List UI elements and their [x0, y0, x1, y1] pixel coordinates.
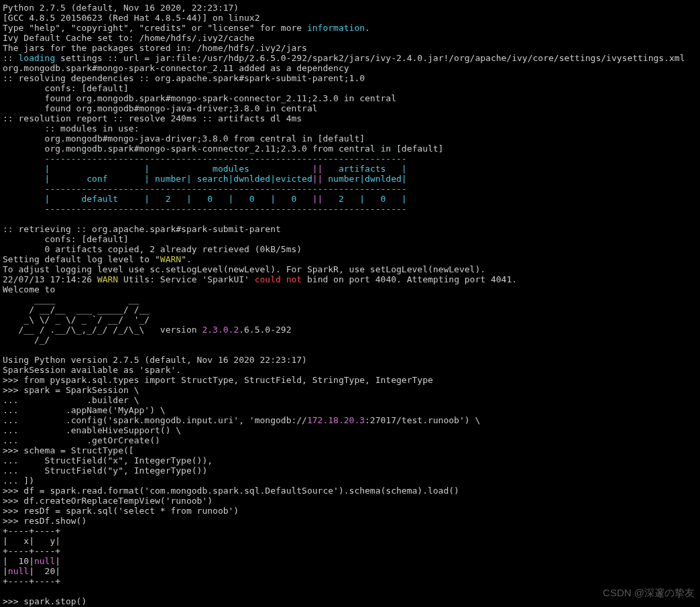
terminal-line: [GCC 4.8.5 20150623 (Red Hat 4.8.5-44)] … [3, 13, 260, 23]
terminal-line: | 10|null| [3, 556, 60, 566]
terminal-text-segment: >>> from pyspark.sql.types import Struct… [3, 375, 433, 385]
terminal-text-segment: >>> resDf.show() [3, 516, 86, 526]
terminal-text-segment: 2 | 0 | [323, 194, 406, 204]
terminal-line: :: resolution report :: resolve 240ms ::… [3, 113, 302, 123]
terminal-line: :: loading settings :: url = jar:file:/u… [3, 53, 685, 63]
terminal-line: org.mongodb#mongo-java-driver;3.8.0 from… [3, 133, 365, 144]
terminal-text-segment: | default | 2 | 0 | 0 | 0 [3, 194, 312, 204]
terminal-text-segment: .6.5.0-292 [239, 325, 291, 335]
terminal-text-segment: ... StructField("x", IntegerType()), [3, 455, 213, 465]
terminal-text-segment: confs: [default] [3, 234, 129, 244]
terminal-text-segment: org.mongodb.spark#mongo-spark-connector_… [3, 63, 349, 73]
terminal-line: found org.mongodb.spark#mongo-spark-conn… [3, 93, 396, 103]
terminal-text-segment: org.mongodb#mongo-java-driver;3.8.0 from… [3, 133, 365, 144]
terminal-line: Ivy Default Cache set to: /home/hdfs/.iv… [3, 33, 255, 43]
terminal-text-segment: :: resolving dependencies :: org.apache.… [3, 73, 365, 83]
terminal-text-segment: found org.mongodb#mongo-java-driver;3.8.… [3, 103, 318, 113]
terminal-text-segment: number|dwnlded| [323, 174, 406, 184]
terminal-text-segment: loading [18, 53, 55, 63]
terminal-line: ... .appName('MyApp') \ [3, 405, 166, 415]
terminal-line: Setting default log level to "WARN". [3, 254, 192, 264]
terminal-text-segment: 2.3.0.2 [202, 325, 239, 335]
terminal-text-segment: || [312, 194, 323, 204]
terminal-text-segment: Welcome to [3, 284, 55, 294]
terminal-text-segment: Ivy Default Cache set to: /home/hdfs/.iv… [3, 33, 255, 43]
terminal-text-segment: /__ / .__/\_,_/_/ /_/\_\ version [3, 325, 202, 335]
terminal-line: ... .getOrCreate() [3, 435, 160, 445]
terminal-text-segment: ... .appName('MyApp') \ [3, 405, 166, 415]
terminal-line: >>> df.createOrReplaceTempView('runoob') [3, 496, 213, 506]
terminal-text-segment: | conf | number| search|dwnlded|evicted [3, 174, 312, 184]
terminal-line: | x| y| [3, 536, 60, 546]
terminal-text-segment: ----------------------------------------… [3, 184, 407, 194]
terminal-line: | default | 2 | 0 | 0 | 0 || 2 | 0 | [3, 194, 407, 204]
terminal-line: +----+----+ [3, 576, 60, 586]
terminal-text-segment: >>> resDf = spark.sql('select * from run… [3, 506, 239, 516]
terminal-output: Python 2.7.5 (default, Nov 16 2020, 22:2… [0, 0, 700, 607]
terminal-text-segment: ____ __ [3, 294, 139, 305]
terminal-text-segment: bind on port 4040. Attempting port 4041. [302, 274, 517, 284]
terminal-text-segment: [GCC 4.8.5 20150623 (Red Hat 4.8.5-44)] … [3, 13, 260, 23]
terminal-text-segment: WARN [97, 274, 118, 284]
terminal-text-segment: :: [3, 53, 18, 63]
terminal-text-segment: WARN [160, 254, 181, 264]
terminal-text-segment: found org.mongodb.spark#mongo-spark-conn… [3, 93, 396, 103]
terminal-text-segment: Setting default log level to " [3, 254, 160, 264]
terminal-text-segment: org.mongodb.spark#mongo-spark-connector_… [3, 144, 443, 154]
terminal-line: >>> df = spark.read.format('com.mongodb.… [3, 486, 459, 496]
terminal-text-segment: _\ \/ _ \/ _ `/ __/ '_/ [3, 315, 150, 325]
terminal-text-segment: The jars for the packages stored in: /ho… [3, 43, 307, 53]
terminal-line: _\ \/ _ \/ _ `/ __/ '_/ [3, 315, 150, 325]
terminal-line: ... ]) [3, 476, 34, 486]
terminal-text-segment: +----+----+ [3, 526, 60, 536]
terminal-text-segment: | 10| [3, 556, 34, 566]
terminal-text-segment: :: resolution report :: resolve 240ms ::… [3, 113, 302, 123]
terminal-text-segment: ... StructField("y", IntegerType()) [3, 465, 207, 476]
terminal-text-segment: ... .enableHiveSupport() \ [3, 425, 181, 435]
terminal-text-segment: ----------------------------------------… [3, 204, 407, 214]
terminal-text-segment: / __/__ ___ _____/ /__ [3, 305, 150, 315]
terminal-text-segment: | | modules [3, 164, 312, 174]
terminal-line: :: resolving dependencies :: org.apache.… [3, 73, 365, 83]
terminal-text-segment: || [312, 174, 323, 184]
terminal-text-segment: | [3, 566, 8, 576]
terminal-text-segment: >>> df = spark.read.format('com.mongodb.… [3, 486, 459, 496]
terminal-line: 22/07/13 17:14:26 WARN Utils: Service 'S… [3, 274, 517, 284]
terminal-line: | conf | number| search|dwnlded|evicted|… [3, 174, 407, 184]
terminal-text-segment: ----------------------------------------… [3, 154, 407, 164]
terminal-text-segment: || [312, 164, 323, 174]
terminal-text-segment: . [365, 23, 370, 33]
terminal-line: org.mongodb.spark#mongo-spark-connector_… [3, 63, 349, 73]
terminal-line: ... .enableHiveSupport() \ [3, 425, 181, 435]
terminal-line: >>> from pyspark.sql.types import Struct… [3, 375, 433, 385]
terminal-line: | | modules || artifacts | [3, 164, 407, 174]
terminal-line: /_/ [3, 335, 50, 345]
terminal-line: Using Python version 2.7.5 (default, Nov… [3, 355, 307, 365]
terminal-text-segment: | 20| [29, 566, 60, 576]
terminal-line: confs: [default] [3, 83, 129, 93]
terminal-line: SparkSession available as 'spark'. [3, 365, 181, 375]
terminal-line: ... StructField("x", IntegerType()), [3, 455, 213, 465]
terminal-line: ... .config('spark.mongodb.input.uri', '… [3, 415, 480, 425]
terminal-text-segment: could not [255, 274, 302, 284]
terminal-text-segment: information [307, 23, 365, 33]
terminal-line: ----------------------------------------… [3, 204, 407, 214]
terminal-text-segment: null [34, 556, 55, 566]
terminal-line: found org.mongodb#mongo-java-driver;3.8.… [3, 103, 318, 113]
terminal-line: The jars for the packages stored in: /ho… [3, 43, 307, 53]
terminal-text-segment: SparkSession available as 'spark'. [3, 365, 181, 375]
terminal-line: +----+----+ [3, 526, 60, 536]
terminal-text-segment: Utils: Service 'SparkUI' [118, 274, 255, 284]
terminal-text-segment: ... ]) [3, 476, 34, 486]
terminal-line: |null| 20| [3, 566, 60, 576]
terminal-text-segment: artifacts | [323, 164, 406, 174]
terminal-text-segment: :27017/test.runoob') \ [365, 415, 480, 425]
terminal-text-segment: 172.18.20.3 [307, 415, 365, 425]
terminal-text-segment: To adjust logging level use sc.setLogLev… [3, 264, 485, 274]
terminal-line: >>> resDf = spark.sql('select * from run… [3, 506, 239, 516]
terminal-line: ----------------------------------------… [3, 184, 407, 194]
terminal-line: :: modules in use: [3, 123, 139, 133]
terminal-text-segment: | [55, 556, 60, 566]
terminal-text-segment: confs: [default] [3, 83, 129, 93]
terminal-text-segment: 0 artifacts copied, 2 already retrieved … [3, 244, 302, 254]
